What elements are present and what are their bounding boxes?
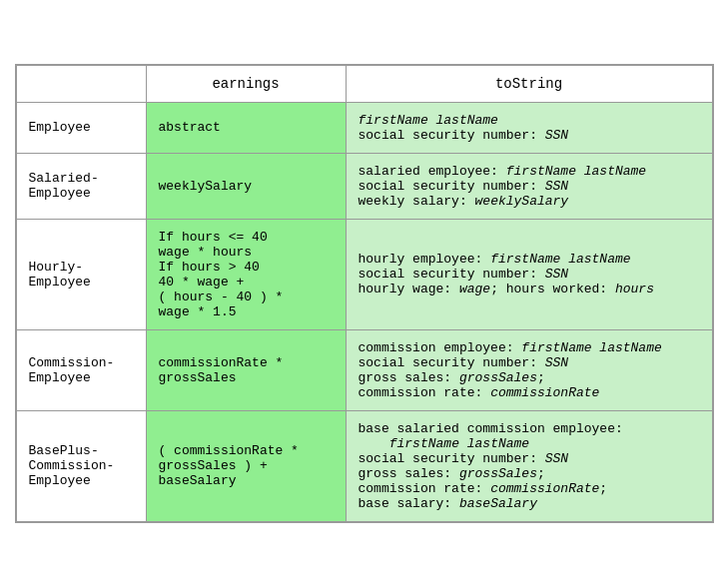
tostring-commission: commission employee: firstName lastName … xyxy=(346,329,712,410)
earnings-commission: commissionRate *grossSales xyxy=(146,329,346,410)
class-name-salaried: Salaried-Employee xyxy=(16,153,146,219)
earnings-salaried: weeklySalary xyxy=(146,153,346,219)
tostring-salaried: salaried employee: firstName lastName so… xyxy=(346,153,712,219)
tostring-text: firstName lastName xyxy=(490,252,630,267)
tostring-text: firstName lastName xyxy=(359,113,498,128)
tostring-baseplus: base salaried commission employee: first… xyxy=(346,410,712,521)
table-row: Employee abstract firstName lastName soc… xyxy=(16,102,712,153)
tostring-text: grossSales xyxy=(459,466,537,481)
tostring-text: weeklySalary xyxy=(475,194,569,209)
main-table-container: earnings toString Employee abstract firs… xyxy=(15,64,714,523)
table-row: BasePlus-Commission-Employee ( commissio… xyxy=(16,410,712,521)
earnings-employee: abstract xyxy=(146,102,346,153)
tostring-text: commission rate: xyxy=(359,385,491,400)
tostring-text: wage xyxy=(459,282,490,296)
tostring-text: weekly salary: xyxy=(359,194,475,209)
tostring-text: social security number: xyxy=(359,355,545,370)
tostring-text: baseSalary xyxy=(459,496,537,511)
tostring-text: salaried employee: xyxy=(359,164,506,179)
tostring-text: hourly wage: xyxy=(359,282,459,296)
tostring-text: social security number: xyxy=(359,451,545,466)
class-name-commission: Commission-Employee xyxy=(16,329,146,410)
tostring-text: ; xyxy=(537,466,545,481)
class-name-hourly: Hourly-Employee xyxy=(16,219,146,329)
tostring-text: gross sales: xyxy=(359,370,459,385)
tostring-text: commission rate: xyxy=(359,481,491,496)
table-row: Hourly-Employee If hours <= 40 wage * ho… xyxy=(16,219,712,329)
tostring-text: base salaried commission employee: xyxy=(359,421,623,436)
tostring-employee: firstName lastName social security numbe… xyxy=(346,102,712,153)
class-name-employee: Employee xyxy=(16,102,146,153)
tostring-text: SSN xyxy=(545,128,568,143)
tostring-text: SSN xyxy=(545,267,568,282)
table-row: Salaried-Employee weeklySalary salaried … xyxy=(16,153,712,219)
tostring-text: hourly employee: xyxy=(359,252,491,267)
header-earnings: earnings xyxy=(146,65,346,102)
tostring-text: ; xyxy=(599,481,607,496)
tostring-text: firstName lastName xyxy=(389,436,529,451)
tostring-text: base salary: xyxy=(359,496,459,511)
class-name-baseplus: BasePlus-Commission-Employee xyxy=(16,410,146,521)
tostring-text: SSN xyxy=(545,451,568,466)
header-tostring: toString xyxy=(346,65,712,102)
tostring-text: commissionRate xyxy=(490,385,599,400)
tostring-text: ; xyxy=(537,370,545,385)
table-row: Commission-Employee commissionRate *gros… xyxy=(16,329,712,410)
tostring-text: commission employee: xyxy=(359,340,522,355)
tostring-text: social security number: xyxy=(359,179,545,194)
tostring-text: social security number: xyxy=(359,128,545,143)
tostring-text: grossSales xyxy=(459,370,537,385)
tostring-hourly: hourly employee: firstName lastName soci… xyxy=(346,219,712,329)
tostring-text: firstName lastName xyxy=(506,164,646,179)
tostring-text: hours xyxy=(615,282,654,296)
tostring-text: firstName lastName xyxy=(521,340,661,355)
tostring-text: gross sales: xyxy=(359,466,459,481)
tostring-text: social security number: xyxy=(359,267,545,282)
tostring-text: SSN xyxy=(545,355,568,370)
tostring-text: ; hours worked: xyxy=(490,282,615,296)
tostring-text: SSN xyxy=(545,179,568,194)
header-class xyxy=(16,65,146,102)
earnings-baseplus: ( commissionRate *grossSales ) +baseSala… xyxy=(146,410,346,521)
tostring-text xyxy=(359,436,389,451)
earnings-hourly: If hours <= 40 wage * hours If hours > 4… xyxy=(146,219,346,329)
tostring-text: commissionRate xyxy=(490,481,599,496)
